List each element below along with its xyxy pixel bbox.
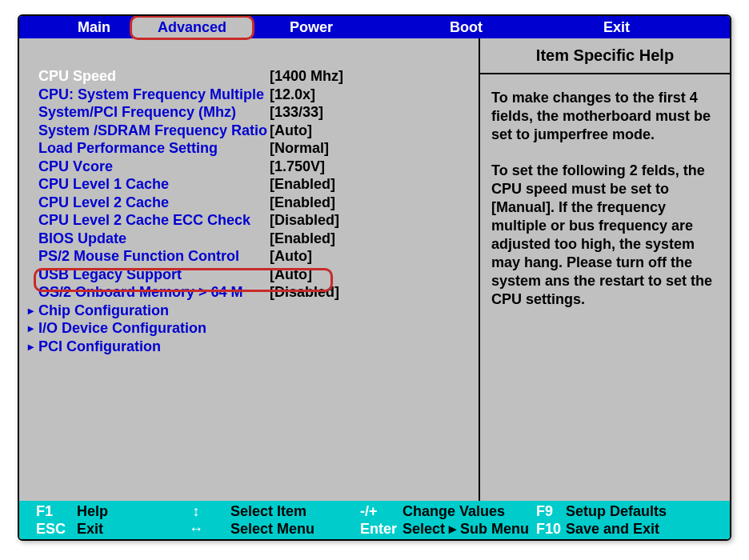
content-area: CPU Speed [1400 Mhz] CPU: System Frequen… [19,38,730,501]
setting-row[interactable]: CPU: System Frequency Multiple [12.0x] [38,86,471,104]
setting-row[interactable]: BIOS Update [Enabled] [38,230,471,248]
hint-row: ESC Exit ↔ Select Menu Enter Select ▸ Su… [36,520,722,538]
tab-main[interactable]: Main [63,19,125,36]
setting-value: [Enabled] [270,194,335,212]
bios-window: Main Advanced Power Boot Exit CPU Speed … [18,14,731,541]
hint-text-select-item: Select Item [230,503,306,520]
help-paragraph: To make changes to the first 4 fields, t… [491,89,719,144]
setting-label: Load Performance Setting [38,139,270,158]
setting-value: [Disabled] [270,211,339,230]
setting-label: USB Legacy Support [38,266,270,284]
hint-key-enter: Enter [360,521,399,538]
tab-exit[interactable]: Exit [589,19,644,36]
setting-label: CPU Level 2 Cache [38,194,270,212]
help-pane: Item Specific Help To make changes to th… [480,38,730,501]
setting-label: PS/2 Mouse Function Control [38,247,270,266]
setting-label: OS/2 Onboard Memory > 64 M [38,283,270,302]
setting-value: [1.750V] [270,158,325,176]
setting-value: [133/33] [270,103,323,122]
help-paragraph: To set the following 2 felds, the CPU sp… [491,162,719,309]
setting-value: [Enabled] [270,175,335,194]
hint-text-setup-defaults: Setup Defaults [566,503,667,520]
setting-label: System /SDRAM Frequency Ratio [38,122,270,140]
submenu-pci-config[interactable]: PCI Configuration [38,338,471,356]
tab-advanced[interactable]: Advanced [130,15,254,40]
hint-text-change-values: Change Values [403,503,505,520]
setting-row[interactable]: CPU Speed [1400 Mhz] [38,67,471,86]
help-title: Item Specific Help [480,38,730,74]
setting-label: System/PCI Frequency (Mhz) [38,103,270,122]
setting-label: CPU: System Frequency Multiple [38,86,270,104]
submenu-io-device-config[interactable]: I/O Device Configuration [38,319,471,338]
setting-value: [Auto] [270,122,312,140]
setting-label: CPU Level 2 Cache ECC Check [38,211,270,230]
setting-row-usb-legacy[interactable]: USB Legacy Support [Auto] [38,266,471,284]
setting-row[interactable]: CPU Level 1 Cache [Enabled] [38,175,471,194]
hint-key-f1: F1 [36,503,73,520]
hint-text-help: Help [77,503,108,520]
setting-row[interactable]: CPU Level 2 Cache ECC Check [Disabled] [38,211,471,230]
submenu-label: I/O Device Configuration [38,319,270,338]
leftright-arrow-icon: ↔ [188,521,204,538]
setting-row[interactable]: OS/2 Onboard Memory > 64 M [Disabled] [38,283,471,302]
hint-key-minus-plus: -/+ [360,503,399,520]
setting-value: [Auto] [270,247,312,266]
hint-key-f10: F10 [536,521,562,538]
submenu-chip-config[interactable]: Chip Configuration [38,302,471,320]
hint-bar: F1 Help ↕ Select Item -/+ Change Values … [19,501,730,539]
hint-text-save-exit: Save and Exit [566,521,659,538]
setting-row[interactable]: CPU Level 2 Cache [Enabled] [38,194,471,212]
setting-value: [Enabled] [270,230,335,248]
setting-row[interactable]: Load Performance Setting [Normal] [38,139,471,158]
submenu-label: Chip Configuration [38,302,270,320]
hint-key-f9: F9 [536,503,562,520]
tab-bar: Main Advanced Power Boot Exit [19,16,730,38]
hint-text-select-menu: Select Menu [230,521,314,538]
tab-boot[interactable]: Boot [435,19,497,36]
updown-arrow-icon: ↕ [188,503,204,520]
setting-row[interactable]: System/PCI Frequency (Mhz) [133/33] [38,103,471,122]
hint-text-exit: Exit [77,521,103,538]
hint-row: F1 Help ↕ Select Item -/+ Change Values … [36,502,722,520]
submenu-label: PCI Configuration [38,338,270,356]
setting-label: CPU Vcore [38,158,270,176]
setting-label: CPU Level 1 Cache [38,175,270,194]
setting-value: [Normal] [270,139,329,158]
setting-value: [12.0x] [270,86,315,104]
setting-row[interactable]: System /SDRAM Frequency Ratio [Auto] [38,122,471,140]
setting-row[interactable]: CPU Vcore [1.750V] [38,158,471,176]
hint-text-select-submenu: Select ▸ Sub Menu [403,520,529,538]
hint-key-esc: ESC [36,521,73,538]
settings-pane: CPU Speed [1400 Mhz] CPU: System Frequen… [19,38,480,501]
setting-value: [1400 Mhz] [270,67,343,86]
setting-value: [Auto] [270,266,312,284]
setting-label: CPU Speed [38,67,270,86]
setting-label: BIOS Update [38,230,270,248]
help-body: To make changes to the first 4 fields, t… [480,74,730,333]
setting-value: [Disabled] [270,283,339,302]
tab-power[interactable]: Power [275,19,347,36]
setting-row[interactable]: PS/2 Mouse Function Control [Auto] [38,247,471,266]
